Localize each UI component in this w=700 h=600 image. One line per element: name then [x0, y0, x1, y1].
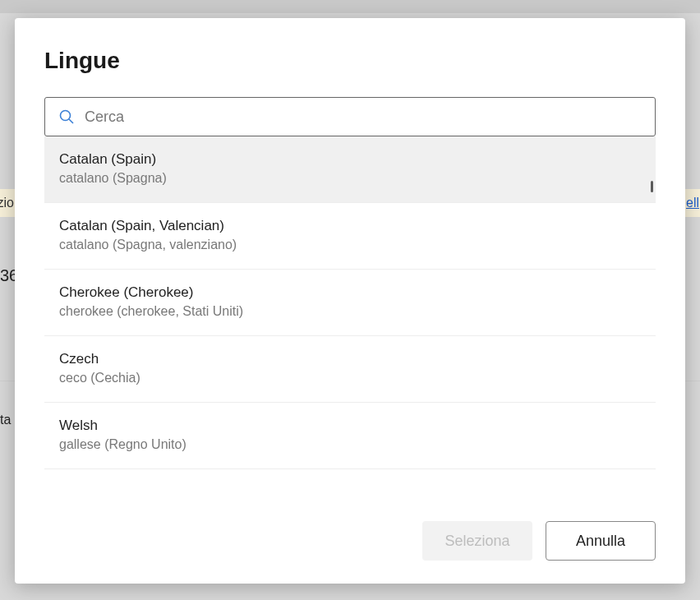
language-list: Catalan (Spain) catalano (Spagna) Catala… — [44, 136, 656, 501]
list-item[interactable]: Cherokee (Cherokee) cherokee (cherokee, … — [44, 270, 656, 336]
cancel-button[interactable]: Annulla — [546, 521, 656, 561]
list-item-primary: Welsh — [59, 418, 641, 434]
scrollbar-thumb[interactable] — [651, 181, 653, 192]
svg-point-0 — [61, 111, 71, 121]
list-item-primary: Catalan (Spain) — [59, 151, 641, 168]
svg-line-1 — [69, 119, 73, 123]
list-item-primary: Cherokee (Cherokee) — [59, 284, 641, 301]
list-item[interactable]: Catalan (Spain, Valencian) catalano (Spa… — [44, 203, 656, 270]
bg-top-bar — [0, 0, 700, 13]
bg-fragment-ta: ta — [0, 413, 11, 427]
list-item-secondary: catalano (Spagna) — [59, 171, 641, 186]
list-item[interactable]: Catalan (Spain) catalano (Spagna) — [44, 136, 656, 203]
select-button[interactable]: Seleziona — [422, 521, 532, 561]
dialog-footer: Seleziona Annulla — [44, 521, 656, 561]
list-item[interactable]: Welsh gallese (Regno Unito) — [44, 403, 656, 469]
list-item-secondary: ceco (Cechia) — [59, 371, 641, 385]
search-box[interactable] — [44, 97, 656, 136]
language-dialog: Lingue Catalan (Spain) catalano (Spagna)… — [15, 18, 685, 584]
list-item-primary: Catalan (Spain, Valencian) — [59, 218, 641, 234]
list-item[interactable]: Czech ceco (Cechia) — [44, 336, 656, 403]
list-item-secondary: cherokee (cherokee, Stati Uniti) — [59, 304, 641, 319]
search-icon — [58, 108, 75, 125]
list-item-primary: Czech — [59, 351, 641, 367]
search-input[interactable] — [85, 108, 642, 126]
list-item-secondary: gallese (Regno Unito) — [59, 437, 641, 452]
bg-fragment-right: ell — [685, 189, 700, 217]
list-item-secondary: catalano (Spagna, valenziano) — [59, 238, 641, 252]
dialog-title: Lingue — [44, 48, 656, 74]
bg-fragment-left: zio — [0, 189, 15, 217]
